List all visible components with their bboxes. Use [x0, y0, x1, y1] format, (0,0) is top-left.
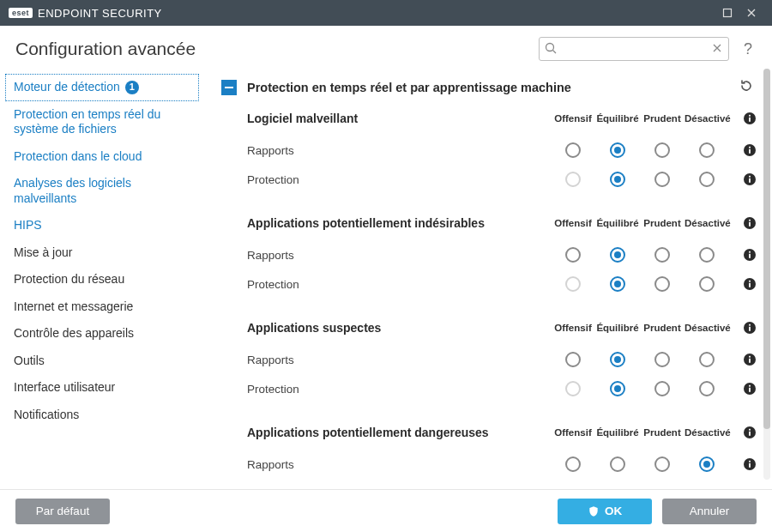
group-info-button[interactable]	[729, 112, 757, 125]
sidebar-item-update[interactable]: Mise à jour	[5, 239, 199, 267]
group-info-button[interactable]	[729, 321, 757, 335]
row-label: Protection	[247, 173, 551, 186]
radio-option[interactable]	[610, 352, 625, 367]
brand-text: ENDPOINT SECURITY	[38, 7, 162, 20]
ok-button[interactable]: OK	[558, 499, 652, 524]
sidebar-item-notifications[interactable]: Notifications	[5, 402, 199, 429]
clear-search-icon[interactable]	[710, 41, 724, 58]
minus-icon	[225, 87, 233, 88]
page-title: Configuration avancée	[15, 39, 528, 59]
radio-cell	[640, 352, 685, 367]
help-button[interactable]: ?	[739, 40, 757, 58]
info-icon	[743, 353, 757, 366]
radio-cell	[685, 381, 729, 396]
radio-option[interactable]	[699, 142, 715, 158]
radio-cell	[595, 247, 640, 263]
sidebar-item-label: HIPS	[14, 218, 42, 232]
radio-option[interactable]	[610, 247, 625, 263]
sidebar-item-cloud-protection[interactable]: Protection dans le cloud	[5, 143, 199, 171]
sidebar-item-ui[interactable]: Interface utilisateur	[5, 374, 199, 402]
radio-option[interactable]	[654, 352, 670, 367]
radio-option[interactable]	[699, 276, 715, 292]
default-button[interactable]: Par défaut	[15, 499, 110, 524]
radio-option[interactable]	[654, 276, 670, 292]
radio-option[interactable]	[699, 247, 715, 263]
radio-option[interactable]	[654, 247, 670, 263]
radio-option[interactable]	[699, 456, 715, 472]
row-info-button[interactable]	[729, 248, 757, 262]
radio-option[interactable]	[565, 142, 581, 158]
group-header: Applications potentiellement indésirable…	[247, 216, 757, 230]
radio-option[interactable]	[565, 247, 581, 263]
sidebar-item-device-control[interactable]: Contrôle des appareils	[5, 320, 199, 348]
radio-option[interactable]	[654, 456, 670, 472]
settings-group: Logiciel malveillantOffensifÉquilibréPru…	[221, 112, 757, 194]
window-close-button[interactable]	[739, 0, 763, 26]
sidebar-item-label: Moteur de détection	[14, 80, 120, 95]
svg-rect-15	[749, 254, 751, 258]
sidebar-item-malware-scans[interactable]: Analyses des logiciels malveillants	[5, 170, 199, 212]
scrollbar-thumb[interactable]	[763, 69, 770, 429]
radio-cell	[595, 276, 640, 292]
sidebar-item-internet-email[interactable]: Internet et messagerie	[5, 293, 199, 321]
column-header: Prudent	[640, 427, 685, 438]
radio-option[interactable]	[610, 142, 625, 158]
radio-cell	[640, 456, 685, 472]
row-label: Protection	[247, 278, 551, 291]
svg-rect-9	[749, 178, 751, 183]
row-info-button[interactable]	[729, 353, 757, 366]
group-info-button[interactable]	[729, 216, 757, 230]
column-header: Désactivé	[685, 218, 729, 228]
radio-option[interactable]	[654, 172, 670, 187]
radio-option[interactable]	[654, 381, 670, 396]
svg-rect-0	[724, 9, 732, 17]
radio-option[interactable]	[565, 352, 581, 367]
collapse-toggle[interactable]	[221, 80, 237, 95]
column-header: Équilibré	[595, 323, 640, 333]
info-icon	[743, 457, 757, 471]
sidebar-item-realtime-fs[interactable]: Protection en temps réel du système de f…	[5, 101, 199, 143]
sidebar-item-hips[interactable]: HIPS	[5, 212, 199, 239]
search-wrap	[539, 37, 729, 61]
info-icon	[743, 112, 757, 125]
row-info-button[interactable]	[729, 277, 757, 291]
radio-option[interactable]	[699, 172, 715, 187]
radio-option	[565, 172, 581, 187]
sidebar-item-tools[interactable]: Outils	[5, 348, 199, 375]
radio-cell	[551, 352, 595, 367]
radio-option[interactable]	[654, 142, 670, 158]
sidebar-item-detection-engine[interactable]: Moteur de détection 1	[5, 74, 199, 101]
row-info-button[interactable]	[729, 457, 757, 471]
reset-section-button[interactable]	[736, 76, 757, 100]
radio-option[interactable]	[699, 352, 715, 367]
radio-cell	[595, 456, 640, 472]
group-title: Applications potentiellement indésirable…	[247, 216, 551, 230]
search-input[interactable]	[539, 37, 729, 61]
radio-option[interactable]	[699, 381, 715, 396]
group-info-button[interactable]	[729, 426, 757, 439]
sidebar-item-label: Interface utilisateur	[14, 380, 115, 394]
cancel-button[interactable]: Annuler	[662, 499, 757, 524]
row-info-button[interactable]	[729, 143, 757, 157]
radio-group	[551, 352, 729, 367]
scrollbar[interactable]	[763, 69, 770, 480]
row-info-button[interactable]	[729, 382, 757, 396]
radio-option[interactable]	[565, 456, 581, 472]
window-maximize-button[interactable]	[715, 0, 739, 26]
settings-group: Applications potentiellement dangereuses…	[221, 426, 757, 479]
sidebar-item-label: Outils	[14, 354, 45, 367]
radio-option[interactable]	[610, 172, 625, 187]
setting-row: Rapports	[247, 345, 757, 374]
radio-option[interactable]	[610, 456, 625, 472]
setting-row: Protection	[247, 165, 757, 194]
page-header: Configuration avancée ?	[0, 26, 772, 65]
radio-option[interactable]	[610, 276, 625, 292]
group-title: Applications potentiellement dangereuses	[247, 426, 551, 439]
info-icon	[743, 426, 757, 439]
column-header: Offensif	[551, 323, 595, 333]
radio-option[interactable]	[610, 381, 625, 396]
group-title: Applications suspectes	[247, 321, 551, 335]
column-header: Prudent	[640, 218, 685, 228]
sidebar-item-network-protection[interactable]: Protection du réseau	[5, 266, 199, 293]
row-info-button[interactable]	[729, 172, 757, 186]
